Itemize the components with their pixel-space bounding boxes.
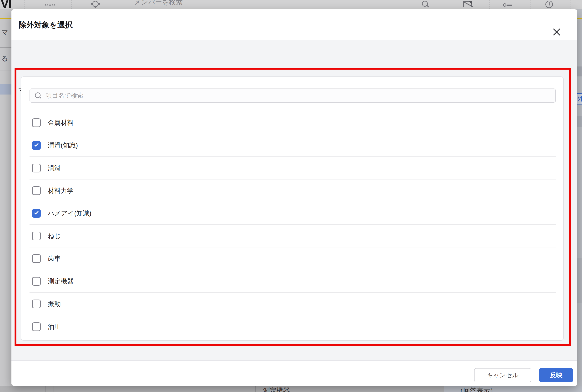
list-item[interactable]: 歯車	[30, 248, 556, 270]
list-item[interactable]: 油圧	[30, 315, 556, 338]
dialog-header: 除外対象を選択	[12, 9, 577, 40]
item-label: 振動	[48, 300, 61, 308]
topbar-divider	[449, 0, 449, 9]
rail-divider	[0, 70, 12, 70]
background-left-rail: マ る	[0, 9, 12, 392]
partial-link: 外	[577, 93, 582, 104]
background-row-band	[577, 66, 582, 76]
item-checkbox[interactable]	[32, 254, 41, 263]
background-topbar: VI メンバーを検索	[0, 0, 582, 9]
list-item[interactable]: 潤滑	[30, 157, 556, 180]
rail-partial-text: る	[1, 54, 8, 63]
background-row-band	[577, 258, 582, 303]
background-right-rail: 外	[577, 9, 582, 392]
apply-button[interactable]: 反映	[539, 368, 573, 382]
close-icon[interactable]	[552, 27, 562, 37]
item-search-box[interactable]	[30, 88, 556, 102]
topbar-divider	[417, 0, 417, 9]
list-item[interactable]: 材料力学	[30, 180, 556, 202]
topbar-divider	[71, 0, 72, 9]
item-checkbox[interactable]	[32, 322, 41, 331]
item-list-card: 金属材料 潤滑(知識) 潤滑 材料力学 ハメアイ(知識) ねじ 歯車 測定機器 …	[21, 76, 564, 341]
highlight-rule	[0, 18, 12, 19]
table-grid-line	[61, 386, 61, 392]
dialog-footer: キャンセル 反映	[12, 360, 577, 386]
list-item[interactable]: 金属材料	[30, 112, 556, 134]
rail-selected-item	[0, 84, 12, 94]
checkbox-check-icon	[34, 210, 39, 214]
item-label: 潤滑	[48, 164, 61, 172]
checkbox-check-icon	[34, 142, 39, 146]
topbar-divider	[530, 0, 530, 9]
topbar-divider	[570, 0, 571, 9]
member-search-field: メンバーを検索	[134, 0, 183, 7]
list-item[interactable]: ハメアイ(知識)	[30, 202, 556, 225]
background-bottom-strip: 測定機器 （回答表示）	[0, 386, 582, 392]
table-grid-line	[46, 386, 46, 392]
list-item[interactable]: 潤滑(知識)	[30, 134, 556, 157]
list-item[interactable]: ねじ	[30, 225, 556, 248]
table-grid-line	[53, 386, 54, 392]
alert-circle-icon	[545, 0, 553, 8]
topbar-divider	[118, 0, 118, 9]
item-label: 測定機器	[48, 277, 74, 286]
topbar-divider	[489, 0, 490, 9]
key-icon	[503, 3, 506, 7]
item-checkbox[interactable]	[32, 232, 41, 240]
item-checkbox[interactable]	[32, 141, 41, 150]
dialog-title: 除外対象を選択	[19, 9, 73, 40]
item-label: 油圧	[48, 322, 61, 331]
list-item[interactable]: 測定機器	[30, 270, 556, 293]
partial-cell-text: （回答表示）	[457, 386, 496, 392]
item-label: 金属材料	[48, 118, 74, 127]
item-label: ハメアイ(知識)	[48, 209, 92, 218]
highlight-rule	[577, 18, 582, 19]
item-checkbox[interactable]	[32, 118, 41, 127]
item-label: 歯車	[48, 254, 61, 263]
topbar-divider	[25, 0, 25, 9]
search-icon	[35, 92, 42, 99]
search-input[interactable]	[45, 92, 544, 99]
cancel-button[interactable]: キャンセル	[474, 368, 531, 382]
background-row-band	[577, 116, 582, 127]
item-label: ねじ	[48, 232, 61, 240]
rail-partial-text: マ	[1, 28, 9, 37]
magnifier-icon	[422, 1, 428, 7]
three-dots-icon	[45, 4, 55, 6]
item-checkbox[interactable]	[32, 186, 41, 195]
item-checkbox[interactable]	[32, 300, 41, 308]
table-grid-line	[255, 386, 256, 392]
partial-cell-text: 測定機器	[263, 386, 290, 392]
item-label: 潤滑(知識)	[48, 141, 78, 150]
app-logo: VI	[1, 0, 12, 9]
checkbox-list: 金属材料 潤滑(知識) 潤滑 材料力学 ハメアイ(知識) ねじ 歯車 測定機器 …	[30, 112, 556, 338]
screen: VI メンバーを検索 マ る 外 測定機器	[0, 0, 582, 392]
exclusion-dialog: 除外対象を選択 チェックを入れた項目は、データ連携の対象から除外できます。（連携…	[12, 9, 577, 386]
item-label: 材料力学	[48, 186, 74, 195]
item-checkbox[interactable]	[32, 164, 41, 172]
rail-divider	[0, 47, 12, 48]
item-checkbox[interactable]	[32, 209, 41, 218]
gear-icon	[92, 1, 99, 7]
screen-off-icon	[463, 1, 472, 7]
item-checkbox[interactable]	[32, 277, 41, 286]
list-item[interactable]: 振動	[30, 293, 556, 315]
